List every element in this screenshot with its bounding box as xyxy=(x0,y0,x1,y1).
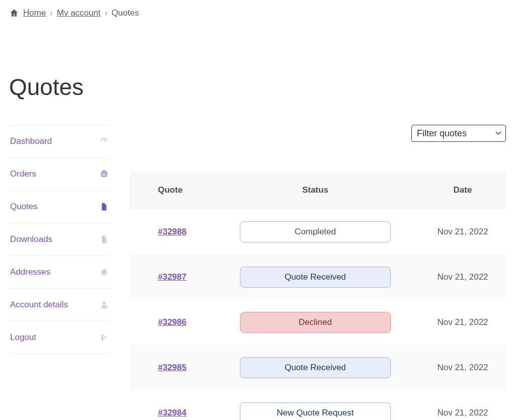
quote-date-cell: Nov 21, 2022 xyxy=(419,345,506,390)
table-header-row: Quote Status Date xyxy=(130,171,506,209)
sidebar-item: Downloads xyxy=(9,223,110,256)
status-badge: Declined xyxy=(240,312,391,333)
breadcrumb-current: Quotes xyxy=(112,8,139,18)
quote-link[interactable]: #32984 xyxy=(158,408,187,417)
home-icon xyxy=(100,268,109,277)
quotes-table: Quote Status Date #32988CompletedNov 21,… xyxy=(130,171,506,420)
quote-link[interactable]: #32988 xyxy=(158,227,187,236)
quote-link[interactable]: #32987 xyxy=(158,272,187,282)
quote-id-cell: #32988 xyxy=(130,209,211,255)
chevron-right-icon: › xyxy=(50,8,53,18)
sidebar-item-label: Logout xyxy=(10,332,36,343)
quote-id-cell: #32986 xyxy=(130,300,211,345)
chevron-right-icon: › xyxy=(105,8,108,18)
quote-date-cell: Nov 21, 2022 xyxy=(419,300,506,345)
filter-row: Filter quotes xyxy=(130,125,506,142)
quote-status-cell: Quote Received xyxy=(211,345,419,390)
sidebar-link-dashboard[interactable]: Dashboard xyxy=(9,125,110,157)
quote-date-cell: Nov 21, 2022 xyxy=(419,209,506,255)
quote-link[interactable]: #32986 xyxy=(158,317,187,327)
basket-icon xyxy=(100,170,109,179)
sidebar-link-logout[interactable]: Logout xyxy=(9,321,110,354)
account-nav: DashboardOrdersQuotesDownloadsAddressesA… xyxy=(9,125,110,354)
quote-link[interactable]: #32985 xyxy=(158,363,187,372)
breadcrumb: Home › My account › Quotes xyxy=(9,8,506,18)
col-date: Date xyxy=(419,171,506,209)
sidebar-item: Addresses xyxy=(9,256,110,288)
status-badge: Quote Received xyxy=(240,357,391,378)
file-icon xyxy=(100,235,109,244)
sidebar-item-label: Quotes xyxy=(10,202,38,212)
col-status: Status xyxy=(211,171,419,209)
sidebar-link-downloads[interactable]: Downloads xyxy=(9,223,110,256)
sidebar-item: Account details xyxy=(9,288,110,321)
page-title: Quotes xyxy=(9,73,506,101)
sidebar-link-addresses[interactable]: Addresses xyxy=(9,256,110,288)
sidebar-item-label: Orders xyxy=(10,169,36,179)
quote-id-cell: #32987 xyxy=(130,255,211,300)
logout-icon xyxy=(100,333,109,342)
user-icon xyxy=(100,300,109,309)
sidebar-link-account-details[interactable]: Account details xyxy=(9,289,110,321)
document-icon xyxy=(100,202,109,211)
quote-status-cell: New Quote Request xyxy=(211,390,419,420)
filter-quotes-select[interactable]: Filter quotes xyxy=(411,125,506,142)
breadcrumb-account-link[interactable]: My account xyxy=(57,8,101,18)
quote-id-cell: #32984 xyxy=(130,390,211,420)
quote-date-cell: Nov 21, 2022 xyxy=(419,255,506,300)
dashboard-icon xyxy=(100,137,109,146)
quote-status-cell: Declined xyxy=(211,300,419,345)
quote-status-cell: Quote Received xyxy=(211,255,419,300)
sidebar-item: Logout xyxy=(9,321,110,354)
quote-date-cell: Nov 21, 2022 xyxy=(419,390,506,420)
table-row: #32988CompletedNov 21, 2022 xyxy=(130,209,506,255)
table-row: #32987Quote ReceivedNov 21, 2022 xyxy=(130,255,506,300)
sidebar-link-orders[interactable]: Orders xyxy=(9,158,110,190)
status-badge: Completed xyxy=(240,221,391,242)
quote-status-cell: Completed xyxy=(211,209,419,255)
sidebar-item-label: Downloads xyxy=(10,234,52,244)
sidebar-item-label: Addresses xyxy=(10,267,50,277)
table-row: #32984New Quote RequestNov 21, 2022 xyxy=(130,390,506,420)
quote-id-cell: #32985 xyxy=(130,345,211,390)
main-content: Filter quotes Quote Status Date #32988Co… xyxy=(130,125,506,420)
col-quote: Quote xyxy=(130,171,211,209)
breadcrumb-home-link[interactable]: Home xyxy=(23,8,46,18)
sidebar-item-label: Account details xyxy=(10,300,68,310)
sidebar-link-quotes[interactable]: Quotes xyxy=(9,191,110,223)
status-badge: Quote Received xyxy=(240,267,391,288)
sidebar-item-label: Dashboard xyxy=(10,136,52,146)
sidebar-item: Orders xyxy=(9,157,110,190)
table-row: #32986DeclinedNov 21, 2022 xyxy=(130,300,506,345)
sidebar-item: Dashboard xyxy=(9,125,110,157)
sidebar-item: Quotes xyxy=(9,190,110,223)
home-icon xyxy=(9,8,19,18)
account-sidebar: DashboardOrdersQuotesDownloadsAddressesA… xyxy=(9,125,110,354)
status-badge: New Quote Request xyxy=(240,402,391,420)
table-row: #32985Quote ReceivedNov 21, 2022 xyxy=(130,345,506,390)
